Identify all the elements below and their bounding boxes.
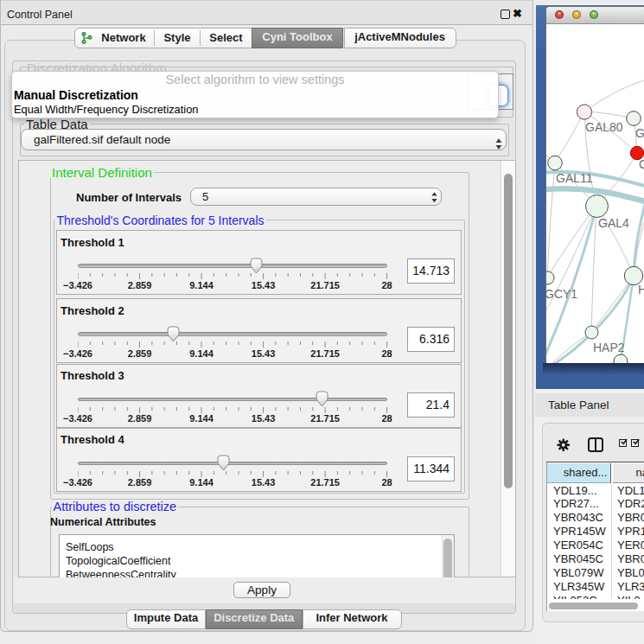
svg-text:CY: CY	[639, 157, 644, 171]
svg-text:GA: GA	[635, 126, 644, 140]
svg-text:GCY1: GCY1	[546, 287, 577, 301]
svg-text:GAL4: GAL4	[598, 216, 629, 230]
svg-text:GAL11: GAL11	[556, 171, 593, 185]
svg-text:GAL80: GAL80	[585, 120, 623, 134]
svg-text:HA: HA	[638, 283, 644, 296]
svg-text:HAP2: HAP2	[593, 341, 625, 354]
